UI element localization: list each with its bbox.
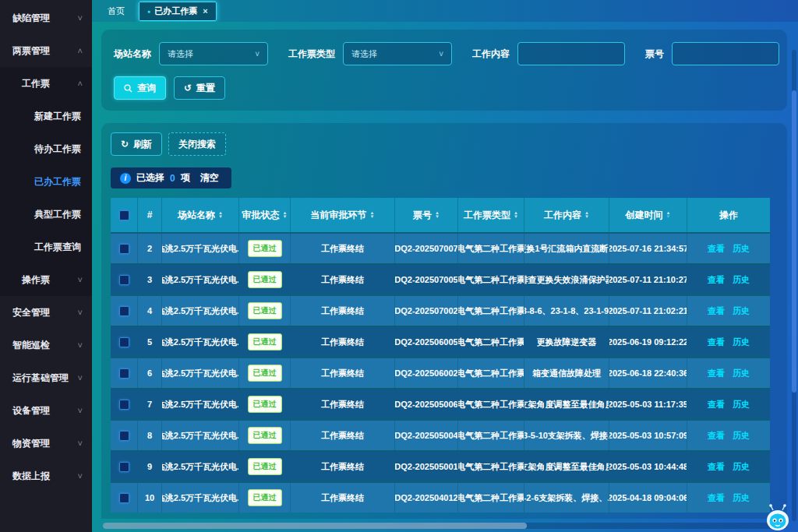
work-content-cell: 支架角度调整至最佳角度 <box>524 452 609 481</box>
table-row: 9临洮2.5万千瓦光伏电...已通过工作票终结DQ2-202505001电气第二… <box>111 450 770 481</box>
sidebar-item-work-ticket[interactable]: 工作票˄ <box>0 67 92 100</box>
view-link[interactable]: 查看 <box>708 305 725 317</box>
sidebar-item-equipment-management[interactable]: 设备管理˅ <box>0 394 92 427</box>
row-checkbox[interactable] <box>119 431 129 441</box>
sidebar-item-work-ticket-query[interactable]: 工作票查询 <box>0 231 92 263</box>
sidebar-item-done-work-ticket[interactable]: 已办工作票 <box>0 165 92 198</box>
reset-button[interactable]: ↺ 重置 <box>174 76 225 100</box>
row-select-cell <box>111 421 138 450</box>
clear-selection-link[interactable]: 清空 <box>200 171 219 185</box>
vertical-scrollbar-thumb[interactable] <box>792 90 796 393</box>
sidebar-item-operation-ticket[interactable]: 操作票˅ <box>0 263 92 296</box>
approval-stage-cell: 工作票终结 <box>291 389 395 419</box>
sidebar-item-data-reporting[interactable]: 数据上报˅ <box>0 460 92 492</box>
history-link[interactable]: 历史 <box>733 336 750 348</box>
robot-icon <box>762 504 793 532</box>
sidebar-item-label: 工作票查询 <box>34 241 81 254</box>
sidebar-item-pending-work-ticket[interactable]: 待办工作票 <box>0 132 92 165</box>
work-content-cell: 支架角度调整至最佳角度 <box>524 389 609 419</box>
work-content-label: 工作内容 <box>472 48 510 61</box>
history-link[interactable]: 历史 <box>733 399 750 410</box>
station-name-cell: 临洮2.5万千瓦光伏电... <box>162 452 239 481</box>
query-button[interactable]: 查询 <box>114 76 166 100</box>
view-link[interactable]: 查看 <box>708 368 725 379</box>
horizontal-scrollbar[interactable] <box>103 523 787 529</box>
sidebar-item-material-management[interactable]: 物资管理˅ <box>0 427 92 460</box>
work-content-field: 工作内容 <box>472 42 625 65</box>
history-link[interactable]: 历史 <box>733 368 750 379</box>
view-link[interactable]: 查看 <box>708 274 725 286</box>
view-link[interactable]: 查看 <box>708 336 725 348</box>
select-all-checkbox[interactable] <box>119 210 129 220</box>
sort-carets-icon: ▲▼ <box>218 211 223 219</box>
tab-close-icon[interactable]: × <box>203 6 207 16</box>
column-header-content[interactable]: 工作内容▲▼ <box>524 198 609 232</box>
sidebar-item-new-work-ticket[interactable]: 新建工作票 <box>0 100 92 132</box>
ticket-no-cell: DQ2-202506002 <box>395 358 458 388</box>
station-name-select[interactable]: 请选择 ˅ <box>159 42 268 65</box>
row-checkbox[interactable] <box>119 368 129 379</box>
ticket-no-cell: DQ2-202505001 <box>395 452 458 481</box>
history-link[interactable]: 历史 <box>733 430 750 442</box>
status-badge: 已通过 <box>248 240 282 257</box>
sidebar-item-label: 运行基础管理 <box>12 372 69 385</box>
row-select-cell <box>111 327 138 357</box>
view-link[interactable]: 查看 <box>708 492 725 504</box>
column-header-status[interactable]: 审批状态▲▼ <box>239 198 291 232</box>
work-content-input[interactable] <box>517 42 625 65</box>
refresh-button[interactable]: ↻ 刷新 <box>111 132 162 156</box>
column-label: 工作内容 <box>544 209 581 222</box>
sidebar-item-label: 物资管理 <box>12 437 50 450</box>
history-link[interactable]: 历史 <box>733 461 750 473</box>
row-checkbox[interactable] <box>119 400 129 410</box>
work-content-cell: 排查更换失效浪涌保护器 <box>524 265 609 294</box>
sort-carets-icon: ▲▼ <box>666 211 671 219</box>
ticket-no-input[interactable] <box>672 42 779 65</box>
select-all-cell <box>111 198 138 232</box>
info-icon: i <box>120 173 131 184</box>
approval-stage-cell: 工作票终结 <box>291 296 395 326</box>
view-link[interactable]: 查看 <box>708 430 725 442</box>
row-select-cell <box>111 483 138 513</box>
history-link[interactable]: 历史 <box>733 274 750 286</box>
close-search-button[interactable]: 关闭搜索 <box>168 132 226 156</box>
history-link[interactable]: 历史 <box>733 243 750 255</box>
sidebar-item-intelligent-inspection[interactable]: 智能巡检˅ <box>0 329 92 361</box>
column-header-created[interactable]: 创建时间▲▼ <box>609 198 687 232</box>
tab-home[interactable]: 首页 <box>100 2 132 20</box>
history-link[interactable]: 历史 <box>733 305 750 317</box>
view-link[interactable]: 查看 <box>708 243 725 255</box>
column-header-stage[interactable]: 当前审批环节▲▼ <box>291 198 395 232</box>
view-link[interactable]: 查看 <box>708 461 725 473</box>
sidebar-item-typical-work-ticket[interactable]: 典型工作票 <box>0 198 92 231</box>
tab-done-work-tickets[interactable]: ● 已办工作票 × <box>139 2 217 21</box>
sidebar-item-defect-management[interactable]: 缺陷管理˅ <box>0 2 92 34</box>
row-checkbox[interactable] <box>119 337 129 347</box>
history-link[interactable]: 历史 <box>733 492 750 504</box>
sidebar-item-label: 两票管理 <box>12 44 50 58</box>
column-header-type[interactable]: 工作票类型▲▼ <box>458 198 524 232</box>
sidebar-item-operation-basic-management[interactable]: 运行基础管理˅ <box>0 361 92 394</box>
column-header-station[interactable]: 场站名称▲▼ <box>162 198 239 232</box>
view-link[interactable]: 查看 <box>708 399 725 410</box>
ticket-no-cell: DQ2-202507002 <box>395 296 458 326</box>
sidebar-item-label: 待办工作票 <box>34 143 81 156</box>
approval-stage-cell: 工作票终结 <box>291 483 395 513</box>
sidebar-item-two-ticket-management[interactable]: 两票管理˄ <box>0 34 92 67</box>
assistant-robot-button[interactable] <box>762 504 793 532</box>
chevron-down-icon: ˅ <box>78 439 83 448</box>
ticket-type-select[interactable]: 请选择 ˅ <box>343 42 452 65</box>
row-actions-cell: 查看历史 <box>687 389 770 419</box>
approval-stage-cell: 工作票终结 <box>291 234 395 263</box>
row-checkbox[interactable] <box>119 275 129 285</box>
column-header-ticket[interactable]: 票号▲▼ <box>395 198 458 232</box>
row-checkbox[interactable] <box>119 462 129 472</box>
row-checkbox[interactable] <box>119 493 129 503</box>
row-checkbox[interactable] <box>119 306 129 316</box>
reset-button-label: 重置 <box>196 82 215 95</box>
sidebar-item-safety-management[interactable]: 安全管理˅ <box>0 296 92 329</box>
row-checkbox[interactable] <box>119 244 129 254</box>
horizontal-scrollbar-thumb[interactable] <box>103 523 527 529</box>
vertical-scrollbar[interactable] <box>792 50 796 521</box>
column-header-actions: 操作 <box>687 198 770 232</box>
